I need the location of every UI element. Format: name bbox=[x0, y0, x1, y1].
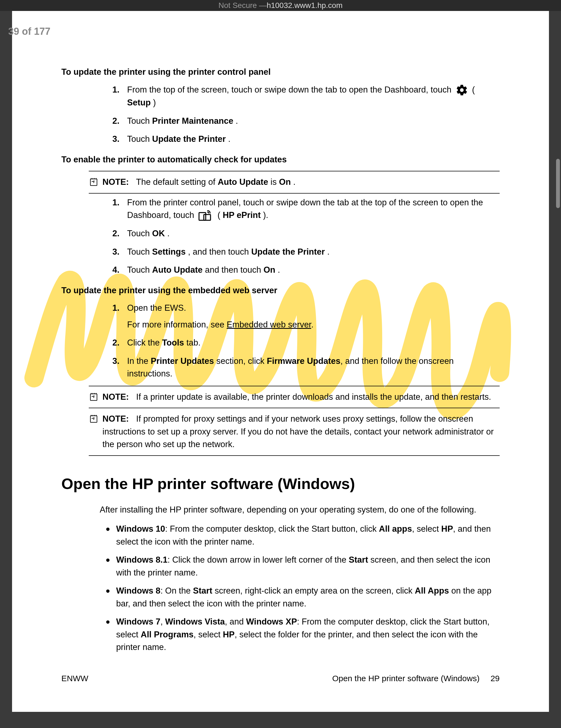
pdf-viewer[interactable]: 39 of 177 To update the printer using th… bbox=[0, 11, 561, 728]
step-number: 2. bbox=[111, 227, 127, 240]
step-text: Open the EWS. For more information, see … bbox=[127, 302, 500, 331]
setup-gear-icon bbox=[456, 84, 468, 96]
page-footer: ENWW Open the HP printer software (Windo… bbox=[61, 672, 500, 684]
heading-update-control-panel: To update the printer using the printer … bbox=[61, 66, 500, 79]
step-text: From the printer control panel, touch or… bbox=[127, 196, 500, 222]
note-icon bbox=[89, 414, 99, 424]
step-number: 3. bbox=[111, 355, 127, 380]
document-page: To update the printer using the printer … bbox=[12, 11, 549, 712]
note-icon bbox=[89, 392, 99, 402]
scrollbar-thumb[interactable] bbox=[556, 159, 560, 208]
step-number: 1. bbox=[111, 84, 127, 109]
step-text: In the Printer Updates section, click Fi… bbox=[127, 355, 500, 380]
footer-page-number: 29 bbox=[491, 672, 500, 684]
list-item: Windows 10: From the computer desktop, c… bbox=[116, 523, 500, 548]
note-block: NOTE: If a printer update is available, … bbox=[89, 386, 500, 408]
step-number: 3. bbox=[111, 246, 127, 258]
browser-address-bar: Not Secure — h10032.www1.hp.com bbox=[0, 0, 561, 11]
step-text: From the top of the screen, touch or swi… bbox=[127, 84, 500, 109]
host-name: h10032.www1.hp.com bbox=[266, 1, 343, 10]
embedded-web-server-link[interactable]: Embedded web server bbox=[227, 320, 311, 329]
bullet-icon: ● bbox=[100, 615, 116, 654]
list-item: Windows 7, Windows Vista, and Windows XP… bbox=[116, 615, 500, 654]
note-label: NOTE: bbox=[102, 177, 129, 187]
bullet-icon: ● bbox=[100, 554, 116, 579]
security-status: Not Secure — bbox=[218, 1, 267, 10]
svg-rect-2 bbox=[204, 215, 211, 220]
heading-auto-check-updates: To enable the printer to automatically c… bbox=[61, 153, 500, 166]
step-text: Touch Printer Maintenance . bbox=[127, 115, 500, 128]
heading-update-ews: To update the printer using the embedded… bbox=[61, 284, 500, 297]
note-icon bbox=[89, 177, 99, 187]
hp-eprint-icon bbox=[198, 210, 213, 222]
list-item: Windows 8: On the Start screen, right-cl… bbox=[116, 585, 500, 610]
list-item: Windows 8.1: Click the down arrow in low… bbox=[116, 554, 500, 579]
note-label: NOTE: bbox=[102, 414, 129, 424]
footer-left: ENWW bbox=[61, 672, 88, 684]
intro-paragraph: After installing the HP printer software… bbox=[100, 503, 500, 516]
step-text: Click the Tools tab. bbox=[127, 336, 500, 349]
step-text: Touch Update the Printer . bbox=[127, 133, 500, 146]
note-block: NOTE: The default setting of Auto Update… bbox=[89, 171, 500, 194]
page-indicator: 39 of 177 bbox=[8, 26, 50, 37]
main-heading: Open the HP printer software (Windows) bbox=[61, 472, 500, 495]
step-number: 1. bbox=[111, 196, 127, 222]
bullet-icon: ● bbox=[100, 585, 116, 610]
note-label: NOTE: bbox=[102, 392, 129, 402]
step-text: Touch Auto Update and then touch On . bbox=[127, 264, 500, 277]
svg-rect-1 bbox=[199, 213, 206, 220]
footer-section-title: Open the HP printer software (Windows) bbox=[332, 672, 480, 684]
step-number: 3. bbox=[111, 133, 127, 146]
step-number: 2. bbox=[111, 336, 127, 349]
step-number: 1. bbox=[111, 302, 127, 331]
step-number: 2. bbox=[111, 115, 127, 128]
step-number: 4. bbox=[111, 264, 127, 277]
note-block: NOTE: If prompted for proxy settings and… bbox=[89, 408, 500, 456]
bullet-icon: ● bbox=[100, 523, 116, 548]
step-text: Touch Settings , and then touch Update t… bbox=[127, 246, 500, 258]
scrollbar-track[interactable] bbox=[556, 22, 560, 728]
step-text: Touch OK . bbox=[127, 227, 500, 240]
